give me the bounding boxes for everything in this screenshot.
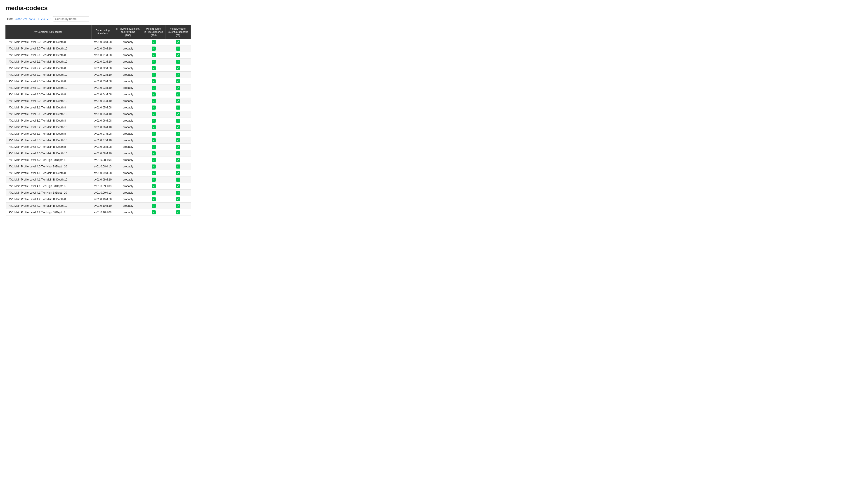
check-icon: ✓ — [152, 197, 156, 201]
video-encoder-supported: ✓ — [165, 65, 191, 71]
check-icon: ✓ — [152, 184, 156, 188]
check-icon: ✓ — [176, 40, 180, 44]
filter-clear[interactable]: Clear — [15, 17, 22, 21]
check-icon: ✓ — [176, 197, 180, 201]
media-source-supported: ✓ — [142, 176, 165, 183]
can-play-type: probably — [114, 170, 142, 176]
video-encoder-supported: ✓ — [165, 163, 191, 170]
codec-name: AV1 Main Profile Level 4.2 Tier High Bit… — [6, 209, 92, 216]
media-source-supported: ✓ — [142, 137, 165, 143]
filter-hevc[interactable]: HEVC — [37, 17, 45, 21]
codec-name: AV1 Main Profile Level 4.1 Tier Main Bit… — [6, 170, 92, 176]
check-icon: ✓ — [176, 66, 180, 70]
check-icon: ✓ — [152, 191, 156, 195]
check-icon: ✓ — [176, 112, 180, 116]
can-play-type: probably — [114, 202, 142, 209]
check-icon: ✓ — [152, 145, 156, 149]
codec-name: AV1 Main Profile Level 3.0 Tier Main Bit… — [6, 98, 92, 104]
check-icon: ✓ — [176, 86, 180, 90]
table-row: AV1 Main Profile Level 4.1 Tier Main Bit… — [6, 176, 191, 183]
can-play-type: probably — [114, 130, 142, 137]
video-encoder-supported: ✓ — [165, 176, 191, 183]
check-icon: ✓ — [152, 40, 156, 44]
check-icon: ✓ — [176, 184, 180, 188]
video-encoder-supported: ✓ — [165, 117, 191, 124]
check-icon: ✓ — [152, 164, 156, 168]
media-source-supported: ✓ — [142, 65, 165, 71]
filter-label: Filter: — [5, 17, 13, 21]
codec-string: av01.0.07M.08 — [91, 130, 114, 137]
codec-string: av01.0.02M.08 — [91, 65, 114, 71]
codec-name: AV1 Main Profile Level 3.1 Tier Main Bit… — [6, 111, 92, 117]
codec-name: AV1 Main Profile Level 4.0 Tier High Bit… — [6, 157, 92, 163]
check-icon: ✓ — [152, 99, 156, 103]
video-encoder-supported: ✓ — [165, 130, 191, 137]
can-play-type: probably — [114, 157, 142, 163]
search-input[interactable] — [53, 16, 89, 22]
check-icon: ✓ — [152, 204, 156, 208]
check-icon: ✓ — [176, 138, 180, 142]
can-play-type: probably — [114, 196, 142, 202]
codec-name: AV1 Main Profile Level 3.3 Tier Main Bit… — [6, 137, 92, 143]
media-source-supported: ✓ — [142, 183, 165, 189]
filter-bar: Filter: Clear AV AVC HEVC VP — [5, 16, 863, 22]
check-icon: ✓ — [152, 79, 156, 84]
check-icon: ✓ — [176, 53, 180, 57]
codec-name: AV1 Main Profile Level 2.0 Tier Main Bit… — [6, 39, 92, 45]
can-play-type: probably — [114, 58, 142, 65]
codec-name: AV1 Main Profile Level 2.3 Tier Main Bit… — [6, 78, 92, 85]
table-row: AV1 Main Profile Level 4.2 Tier Main Bit… — [6, 196, 191, 202]
check-icon: ✓ — [176, 164, 180, 168]
can-play-type: probably — [114, 137, 142, 143]
table-row: AV1 Main Profile Level 3.1 Tier Main Bit… — [6, 111, 191, 117]
check-icon: ✓ — [152, 171, 156, 175]
video-encoder-supported: ✓ — [165, 137, 191, 143]
media-source-supported: ✓ — [142, 157, 165, 163]
check-icon: ✓ — [176, 158, 180, 162]
video-encoder-supported: ✓ — [165, 157, 191, 163]
table-row: AV1 Main Profile Level 4.2 Tier Main Bit… — [6, 202, 191, 209]
codec-string: av01.0.08M.10 — [91, 150, 114, 157]
video-encoder-supported: ✓ — [165, 104, 191, 111]
can-play-type: probably — [114, 124, 142, 130]
check-icon: ✓ — [152, 73, 156, 77]
filter-vp[interactable]: VP — [46, 17, 51, 21]
check-icon: ✓ — [176, 177, 180, 182]
check-icon: ✓ — [152, 53, 156, 57]
codec-name: AV1 Main Profile Level 2.3 Tier Main Bit… — [6, 85, 92, 91]
check-icon: ✓ — [176, 204, 180, 208]
media-source-supported: ✓ — [142, 189, 165, 196]
media-source-supported: ✓ — [142, 163, 165, 170]
codec-string: av01.0.04M.08 — [91, 91, 114, 98]
table-row: AV1 Main Profile Level 2.1 Tier Main Bit… — [6, 58, 191, 65]
media-source-supported: ✓ — [142, 196, 165, 202]
media-source-supported: ✓ — [142, 39, 165, 45]
codec-string: av01.0.09M.10 — [91, 176, 114, 183]
codec-string: av01.0.06M.08 — [91, 117, 114, 124]
media-source-supported: ✓ — [142, 130, 165, 137]
codec-name: AV1 Main Profile Level 2.1 Tier Main Bit… — [6, 52, 92, 58]
video-encoder-supported: ✓ — [165, 209, 191, 216]
col-header-codec: Codec stringvideo/mp4 — [91, 25, 114, 39]
can-play-type: probably — [114, 78, 142, 85]
video-encoder-supported: ✓ — [165, 111, 191, 117]
codec-name: AV1 Main Profile Level 4.0 Tier Main Bit… — [6, 150, 92, 157]
check-icon: ✓ — [152, 210, 156, 215]
can-play-type: probably — [114, 183, 142, 189]
codec-name: AV1 Main Profile Level 3.0 Tier Main Bit… — [6, 91, 92, 98]
filter-av[interactable]: AV — [24, 17, 27, 21]
video-encoder-supported: ✓ — [165, 170, 191, 176]
codec-name: AV1 Main Profile Level 4.1 Tier High Bit… — [6, 189, 92, 196]
video-encoder-supported: ✓ — [165, 39, 191, 45]
codec-name: AV1 Main Profile Level 2.2 Tier Main Bit… — [6, 65, 92, 71]
can-play-type: probably — [114, 176, 142, 183]
codec-string: av01.0.10H.08 — [91, 209, 114, 216]
filter-avc[interactable]: AVC — [29, 17, 35, 21]
table-row: AV1 Main Profile Level 3.3 Tier Main Bit… — [6, 130, 191, 137]
check-icon: ✓ — [176, 92, 180, 96]
table-row: AV1 Main Profile Level 2.1 Tier Main Bit… — [6, 52, 191, 58]
codec-string: av01.0.00M.08 — [91, 39, 114, 45]
check-icon: ✓ — [176, 73, 180, 77]
can-play-type: probably — [114, 150, 142, 157]
check-icon: ✓ — [176, 171, 180, 175]
